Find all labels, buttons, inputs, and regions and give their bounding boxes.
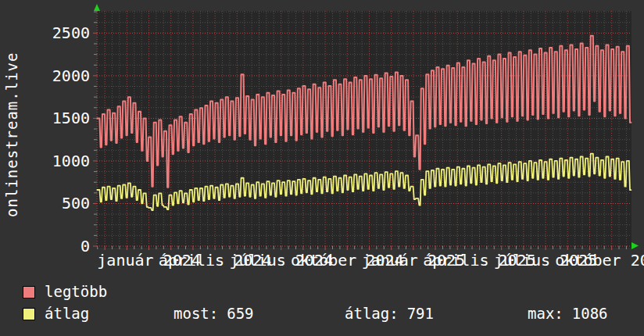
stat-most: most:659 — [174, 306, 254, 322]
stat-most-label: most: — [174, 305, 218, 322]
y-axis-arrow-icon — [94, 4, 100, 11]
stat-most-value: 659 — [227, 305, 253, 322]
y-axis-label: 1000 — [0, 152, 90, 170]
stat-avg-label: átlag: — [345, 305, 399, 322]
stat-max-label: max: — [528, 305, 564, 322]
legend-label-atlag: átlag — [45, 306, 89, 322]
x-axis-label: október 2025 — [555, 252, 644, 269]
legend-label-legtobb: legtöbb — [45, 284, 107, 300]
y-axis-label: 1500 — [0, 109, 90, 127]
legend-swatch-atlag — [23, 308, 35, 320]
stat-avg-value: 791 — [407, 305, 434, 322]
stat-max: max:1086 — [528, 306, 608, 322]
stat-max-value: 1086 — [572, 305, 608, 322]
y-axis-label: 0 — [0, 238, 90, 255]
x-axis-arrow-icon — [631, 242, 639, 249]
y-axis-label: 2500 — [0, 24, 90, 41]
legend-swatch-legtobb — [23, 286, 35, 298]
y-axis-label: 2000 — [0, 67, 90, 84]
y-axis-label: 500 — [0, 195, 90, 212]
stat-avg: átlag:791 — [345, 306, 434, 322]
